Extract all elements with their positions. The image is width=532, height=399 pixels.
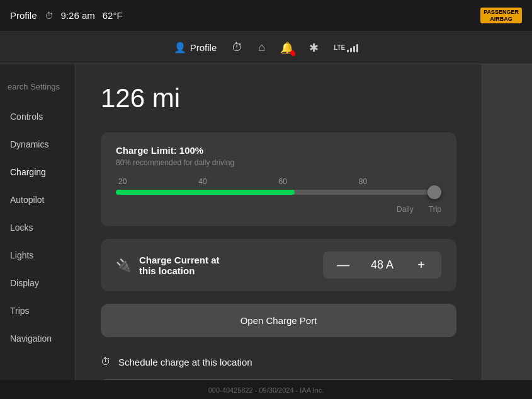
nav-profile[interactable]: 👤 Profile: [174, 42, 217, 54]
passenger-airbag-badge: PASSENGERAIRBAG: [480, 8, 522, 24]
nav-profile-label: Profile: [190, 42, 217, 53]
slider-label-40: 40: [198, 177, 207, 186]
decrease-button[interactable]: —: [336, 258, 351, 272]
signal-bar-4: [356, 44, 358, 52]
daily-trip-labels: Daily Trip: [116, 205, 441, 214]
watermark-text: 000-40425822 - 09/30/2024 - IAA Inc.: [208, 386, 324, 394]
sidebar-item-trips[interactable]: Trips: [3, 297, 72, 325]
plug-icon: 🔌: [116, 258, 132, 273]
person-icon: 👤: [174, 42, 186, 54]
sidebar-item-charging[interactable]: Charging: [3, 158, 72, 186]
charge-slider-thumb: [427, 185, 441, 199]
search-settings-label[interactable]: earch Settings: [0, 77, 75, 96]
sidebar-item-locks[interactable]: Locks: [3, 214, 72, 241]
status-time: 9:26 am: [61, 10, 95, 21]
signal-bar-3: [353, 46, 355, 52]
sidebar-item-dynamics[interactable]: Dynamics: [3, 130, 72, 158]
open-charge-port-button[interactable]: Open Charge Port: [101, 304, 456, 337]
status-bar: Profile ⏱ 9:26 am 62°F PASSENGERAIRBAG: [0, 0, 532, 32]
sidebar-item-autopilot[interactable]: Autopilot: [3, 186, 72, 214]
clock-icon: ⏱: [45, 11, 54, 21]
right-panel: [482, 64, 532, 380]
signal-area: LTE: [334, 43, 358, 52]
nav-home-icon[interactable]: ⌂: [258, 41, 265, 54]
charge-value-control: — 48 A +: [323, 252, 441, 279]
range-display: 126 mi: [101, 83, 456, 113]
charge-current-label: Charge Current atthis location: [139, 255, 315, 276]
increase-button[interactable]: +: [414, 258, 429, 272]
sidebar: earch Settings Controls Dynamics Chargin…: [0, 64, 76, 380]
sidebar-item-display[interactable]: Display: [3, 269, 72, 297]
lte-label: LTE: [334, 44, 345, 51]
watermark: 000-40425822 - 09/30/2024 - IAA Inc.: [0, 381, 532, 399]
schedule-row: ⏱ Schedule charge at this location: [101, 350, 456, 374]
charge-slider-fill: [116, 190, 295, 195]
sidebar-item-lights[interactable]: Lights: [3, 241, 72, 269]
signal-bars: [347, 43, 358, 52]
nav-bar: 👤 Profile ⏱ ⌂ 🔔 ✱ LTE: [0, 32, 532, 64]
charge-slider-track[interactable]: [116, 190, 441, 195]
slider-label-80: 80: [359, 177, 367, 186]
charge-slider-container: 20 40 60 80: [116, 177, 441, 195]
charge-limit-title: Charge Limit: 100%: [116, 145, 441, 156]
signal-bar-2: [350, 48, 352, 52]
status-bar-right: PASSENGERAIRBAG: [480, 8, 522, 24]
nav-clock-icon[interactable]: ⏱: [232, 41, 243, 54]
charge-current-row: 🔌 Charge Current atthis location — 48 A …: [116, 252, 441, 279]
nav-bell-icon[interactable]: 🔔: [280, 41, 294, 55]
schedule-button[interactable]: Schedule: [101, 379, 456, 380]
charge-limit-subtitle: 80% recommended for daily driving: [116, 158, 441, 167]
status-profile-label: Profile: [10, 10, 37, 21]
slider-label-20: 20: [118, 177, 127, 186]
sidebar-item-controls[interactable]: Controls: [3, 103, 72, 130]
slider-labels: 20 40 60 80: [116, 177, 441, 186]
main-layout: earch Settings Controls Dynamics Chargin…: [0, 64, 532, 380]
status-temp: 62°F: [103, 10, 123, 21]
content-area: 126 mi Charge Limit: 100% 80% recommende…: [76, 64, 482, 380]
schedule-label: Schedule charge at this location: [118, 357, 252, 367]
charge-current-value: 48 A: [363, 258, 401, 272]
signal-bar-1: [347, 50, 349, 52]
charge-current-card: 🔌 Charge Current atthis location — 48 A …: [101, 239, 456, 291]
notification-dot: [290, 50, 295, 55]
status-bar-left: Profile ⏱ 9:26 am 62°F: [10, 10, 123, 21]
trip-label: Trip: [429, 205, 441, 214]
slider-label-60: 60: [279, 177, 287, 186]
schedule-clock-icon: ⏱: [101, 356, 111, 367]
daily-label: Daily: [397, 205, 414, 214]
nav-bluetooth-icon[interactable]: ✱: [309, 41, 319, 55]
sidebar-item-navigation[interactable]: Navigation: [3, 325, 72, 352]
charge-limit-card: Charge Limit: 100% 80% recommended for d…: [101, 132, 456, 226]
